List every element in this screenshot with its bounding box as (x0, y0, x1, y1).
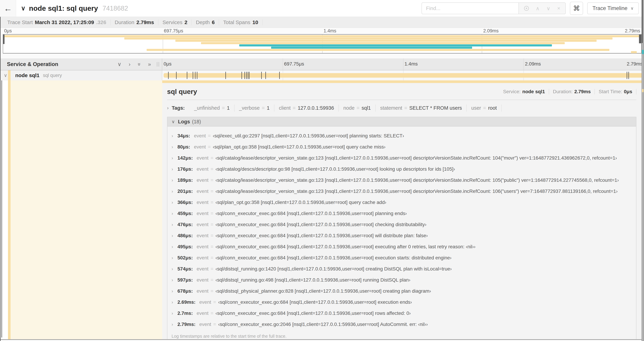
log-message: ‹sql/catalog/lease/descriptor_version_st… (216, 189, 618, 194)
log-entry[interactable]: › 678μs: event = ‹sql/distsql_physical_p… (168, 285, 636, 297)
log-entry[interactable]: › 476μs: event = ‹sql/conn_executor_exec… (168, 219, 636, 230)
trace-view-label: Trace Timeline (592, 5, 628, 12)
logs-header[interactable]: ∨ Logs (18) (168, 117, 636, 127)
timeline-tick-label: 0μs (164, 61, 172, 67)
log-entry[interactable]: › 2.69ms: event = ‹sql/conn_executor_exe… (168, 297, 636, 308)
tags-expand-icon[interactable]: › (167, 105, 168, 111)
log-expand-icon[interactable]: › (172, 299, 178, 305)
log-expand-icon[interactable]: › (172, 233, 178, 238)
prev-match-icon[interactable]: ∧ (536, 5, 540, 12)
collapse-all-icon[interactable]: » (136, 63, 142, 66)
page-scrollbar[interactable] (642, 0, 644, 341)
log-entry[interactable]: › 189μs: event = ‹sql/catalog/lease/desc… (168, 175, 636, 186)
tag-key: _verbose (239, 105, 260, 111)
log-expand-icon[interactable]: › (172, 277, 178, 283)
trace-minimap (0, 34, 644, 54)
log-entry[interactable]: › 486μs: event = ‹sql/conn_executor_exec… (168, 230, 636, 241)
log-entry[interactable]: › 2.79ms: event = ‹sql/conn_executor_exe… (168, 319, 636, 330)
clear-find-icon[interactable]: × (557, 5, 560, 11)
log-message: ‹sql/distsql_running.go:498 [nsql1,clien… (216, 277, 410, 283)
timeline-tick-label: 2.79ms (627, 61, 642, 67)
trace-info-item: Depth 6 (192, 20, 219, 25)
log-marker-tick (266, 72, 266, 79)
info-label: Duration (115, 20, 134, 25)
info-value: 10 (252, 20, 258, 25)
next-match-icon[interactable]: ∨ (546, 5, 550, 12)
meta-label: Start Time: (599, 89, 622, 94)
log-expand-icon[interactable]: › (172, 222, 178, 227)
minimap-left-scrubber[interactable] (3, 35, 4, 44)
tags-row[interactable]: › Tags: _unfinished = 1 _verbose = 1 cli… (162, 100, 644, 115)
log-entry[interactable]: › 574μs: event = ‹sql/distsql_running.go… (168, 263, 636, 274)
log-entry[interactable]: › 80μs: event = ‹sql/plan_opt.go:358 [ns… (168, 141, 636, 152)
log-expand-icon[interactable]: › (172, 144, 178, 150)
tag-key: statement (380, 105, 402, 111)
log-entry[interactable]: › 366μs: event = ‹sql/plan_opt.go:358 [n… (168, 197, 636, 208)
collapse-one-icon[interactable]: ∨ (117, 61, 121, 67)
expand-all-icon[interactable]: » (148, 61, 151, 67)
log-expand-icon[interactable]: › (172, 266, 178, 272)
log-entry[interactable]: › 142μs: event = ‹sql/catalog/lease/desc… (168, 152, 636, 164)
keyboard-shortcuts-button[interactable]: ⌘ (570, 2, 583, 15)
equals-sign: = (210, 277, 213, 283)
span-duration-bar (164, 73, 642, 78)
ruler-tick-label: 0μs (4, 28, 12, 34)
log-key: event (194, 133, 206, 139)
left-scrollbar[interactable] (2, 80, 2, 337)
log-entry[interactable]: › 34μs: event = ‹sql/exec_util.go:2297 [… (168, 130, 636, 141)
log-entry[interactable]: › 502μs: event = ‹sql/conn_executor_exec… (168, 252, 636, 263)
log-expand-icon[interactable]: › (172, 189, 178, 194)
log-entry[interactable]: › 176μs: event = ‹sql/catalog/descs/desc… (168, 164, 636, 175)
span-color-strip (8, 70, 10, 80)
log-key: event (197, 310, 208, 316)
log-expand-icon[interactable]: › (172, 211, 178, 216)
log-expand-icon[interactable]: › (172, 200, 178, 205)
tag-item: statement = SELECT * FROM users (376, 105, 467, 112)
log-expand-icon[interactable]: › (172, 244, 178, 249)
logs-section: ∨ Logs (18) › 34μs: event = ‹sql/exec_ut… (167, 117, 636, 339)
log-expand-icon[interactable]: › (172, 133, 178, 139)
log-key: event (199, 321, 211, 327)
scrollbar-thumb[interactable] (642, 0, 642, 43)
timeline-gridline (403, 58, 404, 70)
span-row-bar-cell[interactable] (162, 70, 644, 80)
trace-view-select[interactable]: Trace Timeline ∨ (587, 3, 639, 14)
timeline-tick-label: 1.4ms (404, 61, 418, 67)
log-expand-icon[interactable]: › (172, 155, 178, 161)
log-entry[interactable]: › 201μs: event = ‹sql/catalog/lease/desc… (168, 186, 636, 197)
log-key: event (197, 288, 208, 294)
log-message: ‹sql/conn_executor_exec.go:684 [nsql1,cl… (216, 222, 426, 227)
column-resize-grip[interactable] (157, 62, 159, 67)
log-expand-icon[interactable]: › (172, 311, 178, 316)
meta-value: 0μs (624, 89, 632, 94)
log-expand-icon[interactable]: › (172, 178, 178, 183)
log-entry[interactable]: › 2.7ms: event = ‹sql/conn_executor_exec… (168, 308, 636, 319)
log-expand-icon[interactable]: › (172, 288, 178, 294)
minimap-canvas[interactable] (3, 34, 642, 54)
info-value: 2 (184, 20, 188, 25)
log-expand-icon[interactable]: › (172, 167, 178, 172)
log-marker-tick (226, 72, 226, 79)
find-input[interactable] (422, 3, 518, 14)
span-row-name-cell[interactable]: ∨ node sql1 sql query (0, 70, 162, 80)
equals-sign: = (210, 244, 213, 249)
equals-sign: = (210, 233, 213, 238)
trace-id: 7418682 (102, 5, 128, 12)
scrollbar-teal-mark (642, 50, 644, 54)
log-message: ‹sql/conn_executor_exec.go:2046 [nsql1,c… (218, 321, 428, 327)
span-collapse-icon[interactable]: ∨ (4, 73, 7, 78)
log-entry[interactable]: › 495μs: event = ‹sql/conn_executor_exec… (168, 241, 636, 252)
log-marker-tick (279, 72, 280, 79)
info-value: March 31 2022, 17:25:09 (35, 20, 94, 25)
focus-match-icon[interactable] (524, 6, 529, 11)
expand-one-icon[interactable]: › (129, 61, 130, 67)
trace-collapse-icon[interactable]: ∨ (21, 5, 26, 12)
log-entry[interactable]: › 597μs: event = ‹sql/distsql_running.go… (168, 274, 636, 285)
log-expand-icon[interactable]: › (172, 322, 178, 327)
minimap-span-bar (631, 51, 637, 53)
log-expand-icon[interactable]: › (172, 255, 178, 261)
back-button[interactable]: ← (0, 0, 16, 17)
minimap-right-scrubber[interactable] (639, 35, 641, 43)
logs-collapse-icon[interactable]: ∨ (172, 119, 175, 124)
log-entry[interactable]: › 459μs: event = ‹sql/conn_executor_exec… (168, 208, 636, 219)
